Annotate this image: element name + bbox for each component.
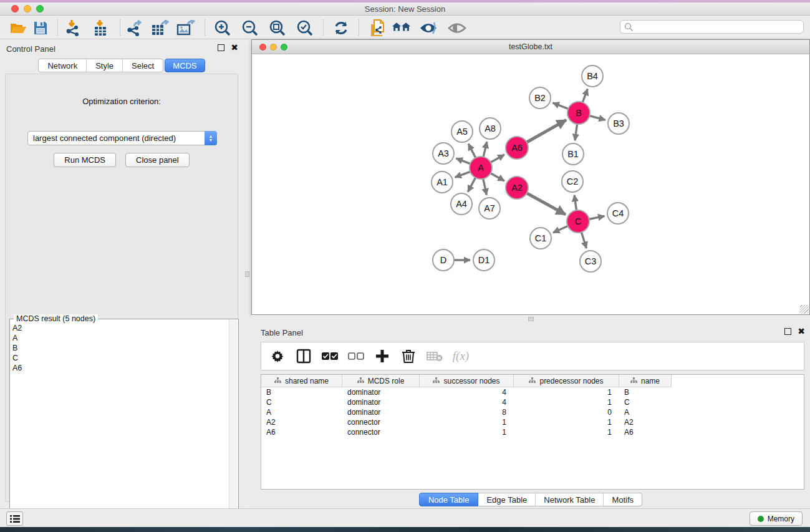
function-builder-icon[interactable]: f(x) [452, 347, 470, 365]
table-cell[interactable]: dominator [342, 407, 420, 417]
horizontal-splitter[interactable] [251, 315, 810, 323]
graph-node-A1[interactable]: A1 [431, 171, 453, 193]
table-cell[interactable]: A2 [261, 417, 342, 427]
table-cell[interactable]: 8 [420, 407, 514, 417]
table-cell[interactable]: 4 [420, 397, 514, 407]
float-panel-icon[interactable] [218, 44, 224, 51]
graph-node-B3[interactable]: B3 [607, 112, 630, 135]
tab-mcds[interactable]: MCDS [165, 59, 205, 72]
tab-edge-table[interactable]: Edge Table [478, 493, 536, 506]
memory-button[interactable]: Memory [750, 511, 803, 526]
table-cell[interactable]: 0 [514, 407, 619, 417]
open-file-icon[interactable] [9, 19, 27, 37]
graph-node-C4[interactable]: C4 [607, 202, 629, 225]
zoom-out-icon[interactable] [241, 19, 259, 37]
float-panel-icon[interactable] [784, 328, 791, 335]
splitter-grip[interactable] [245, 271, 249, 277]
result-list-item[interactable]: A6 [12, 363, 227, 373]
graph-node-D1[interactable]: D1 [473, 249, 495, 271]
import-network-icon[interactable] [64, 19, 82, 37]
network-window-titlebar[interactable]: testGlobe.txt [252, 40, 809, 54]
table-cell[interactable]: dominator [342, 397, 420, 407]
window-resize-grip[interactable] [800, 305, 809, 314]
column-header-successor-nodes[interactable]: successor nodes [420, 375, 514, 387]
columns-icon[interactable] [295, 347, 312, 365]
task-history-button[interactable] [6, 511, 23, 526]
select-all-checkboxes-icon[interactable] [321, 347, 339, 365]
table-cell[interactable]: B [261, 387, 342, 397]
tab-node-table[interactable]: Node Table [419, 493, 479, 506]
graph-node-A8[interactable]: A8 [479, 117, 501, 140]
table-cell[interactable]: 1 [514, 427, 619, 437]
gear-icon[interactable] [269, 347, 286, 365]
column-header-name[interactable]: name [619, 375, 672, 387]
table-cell[interactable]: A2 [619, 417, 672, 427]
table-row[interactable]: Adominator80A [261, 407, 804, 417]
graph-node-C[interactable]: C [566, 210, 590, 233]
graph-node-A4[interactable]: A4 [450, 193, 473, 215]
table-cell[interactable]: A6 [261, 427, 342, 437]
result-list-item[interactable]: C [12, 353, 227, 363]
column-header-predecessor-nodes[interactable]: predecessor nodes [514, 375, 619, 387]
tab-motifs[interactable]: Motifs [604, 493, 642, 506]
tab-network-table[interactable]: Network Table [536, 493, 604, 506]
graph-node-C1[interactable]: C1 [529, 227, 552, 249]
optimization-criterion-select[interactable]: largest connected component (directed) ▲… [27, 131, 217, 145]
table-cell[interactable]: connector [342, 417, 420, 427]
table-cell[interactable]: 1 [514, 387, 619, 397]
import-table-icon[interactable] [91, 19, 110, 37]
graph-node-B2[interactable]: B2 [529, 87, 551, 109]
search-input[interactable] [620, 20, 804, 34]
table-row[interactable]: A2connector11A2 [261, 417, 804, 427]
table-cell[interactable]: C [619, 397, 672, 407]
column-header-MCDS-role[interactable]: MCDS role [342, 375, 420, 387]
graph-node-B4[interactable]: B4 [581, 65, 604, 87]
tab-style[interactable]: Style [87, 59, 123, 72]
show-panel-eye-icon[interactable] [448, 19, 466, 37]
graph-node-A3[interactable]: A3 [432, 142, 455, 165]
table-row[interactable]: Bdominator41B [261, 387, 804, 397]
table-cell[interactable]: connector [342, 427, 420, 437]
graph-node-A7[interactable]: A7 [478, 197, 501, 220]
vertical-splitter[interactable] [243, 39, 251, 508]
table-cell[interactable]: 4 [420, 387, 514, 397]
graph-node-D[interactable]: D [432, 249, 455, 271]
result-scrollbar[interactable] [229, 320, 238, 532]
delete-table-icon[interactable] [426, 347, 443, 365]
table-cell[interactable]: 1 [420, 417, 514, 427]
graph-node-A[interactable]: A [469, 156, 493, 180]
close-panel-button[interactable]: Close panel [125, 153, 190, 167]
tab-network[interactable]: Network [39, 59, 87, 72]
run-mcds-button[interactable]: Run MCDS [54, 153, 116, 167]
table-cell[interactable]: 1 [420, 427, 514, 437]
table-cell[interactable]: 1 [514, 397, 619, 407]
add-column-icon[interactable] [374, 347, 391, 365]
table-cell[interactable]: A [619, 407, 672, 417]
graph-node-B[interactable]: B [567, 101, 591, 125]
export-image-icon[interactable] [176, 19, 195, 37]
table-cell[interactable]: dominator [342, 387, 420, 397]
graph-node-A5[interactable]: A5 [451, 120, 473, 143]
splitter-grip[interactable] [528, 317, 534, 321]
save-session-icon[interactable] [31, 19, 50, 37]
table-cell[interactable]: A [261, 407, 342, 417]
refresh-icon[interactable] [332, 19, 350, 37]
home-view-icon[interactable] [392, 19, 411, 37]
result-list-item[interactable]: A2 [12, 323, 227, 333]
graph-node-C2[interactable]: C2 [561, 170, 584, 193]
close-panel-icon[interactable]: ✖ [798, 328, 805, 335]
graph-node-A2[interactable]: A2 [505, 176, 529, 200]
mcds-result-list[interactable]: A2ABCA6 [12, 323, 227, 531]
zoom-in-icon[interactable] [213, 19, 232, 37]
duplicate-network-icon[interactable] [368, 19, 387, 37]
zoom-selected-icon[interactable] [296, 19, 314, 37]
graph-node-C3[interactable]: C3 [579, 250, 602, 273]
result-list-item[interactable]: B [12, 343, 227, 353]
column-header-shared-name[interactable]: shared name [261, 375, 342, 387]
network-canvas[interactable]: B4B2BB3A5A8A6A3B1AA1C2A2A4A7C4CC1C3DD1 [252, 54, 809, 314]
graph-node-A6[interactable]: A6 [505, 136, 529, 160]
zoom-fit-icon[interactable] [268, 19, 287, 37]
result-list-item[interactable]: A [12, 333, 227, 343]
close-panel-icon[interactable]: ✖ [231, 44, 238, 51]
export-network-icon[interactable] [125, 19, 143, 37]
